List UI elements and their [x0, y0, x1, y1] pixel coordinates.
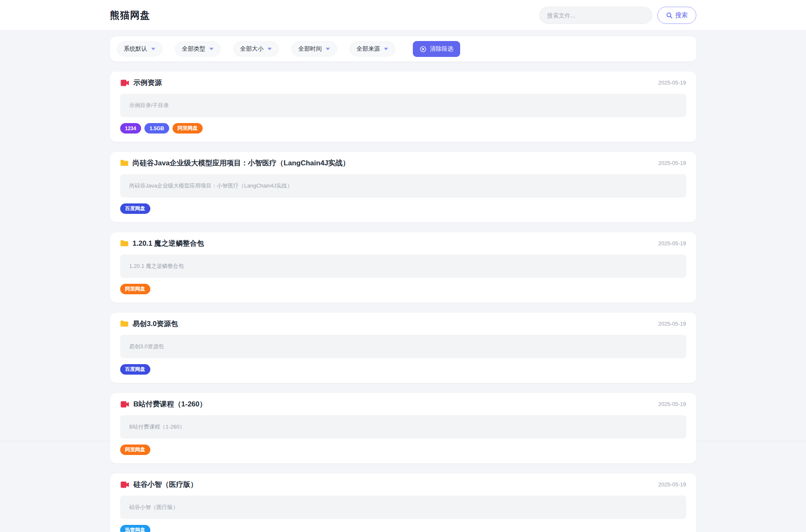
result-date: 2025-05-19 — [650, 80, 686, 86]
result-description: 尚硅谷Java企业级大模型应用项目：小智医疗（LangChain4J实战） — [120, 174, 686, 198]
result-card-header: 易创3.0资源包 2025-05-19 — [120, 319, 686, 329]
filter-dropdown-label: 全部大小 — [240, 45, 264, 53]
tag-list: 迅雷网盘 — [120, 525, 686, 532]
filter-dropdown[interactable]: 全部时间 — [291, 41, 337, 57]
result-description: 易创3.0资源包 — [120, 335, 686, 358]
filter-dropdown-label: 全部时间 — [299, 45, 322, 53]
filter-dropdown[interactable]: 系统默认 — [117, 41, 162, 57]
result-title: 尚硅谷Java企业级大模型应用项目：小智医疗（LangChain4J实战） — [133, 158, 350, 168]
result-description: 硅谷小智（医疗版） — [120, 496, 686, 519]
tag-list: 百度网盘 — [120, 364, 686, 375]
result-card[interactable]: 1.20.1 魔之逆鳞整合包 2025-05-19 1.20.1 魔之逆鳞整合包… — [110, 232, 696, 303]
video-icon — [120, 481, 129, 488]
result-description: 1.20.1 魔之逆鳞整合包 — [120, 254, 686, 278]
search-icon — [666, 12, 673, 19]
tag-badge: 迅雷网盘 — [120, 525, 150, 532]
search-area: 搜索 — [539, 7, 696, 24]
site-title: 熊猫网盘 — [110, 9, 150, 22]
chevron-down-icon — [268, 48, 272, 50]
result-date: 2025-05-19 — [650, 240, 686, 247]
folder-icon — [120, 320, 129, 327]
result-title: 示例资源 — [134, 78, 162, 87]
filter-bar: 系统默认 全部类型 全部大小 全部时间 全部来源 清除筛选 — [110, 36, 696, 62]
result-title: 易创3.0资源包 — [133, 319, 178, 329]
result-title: B站付费课程（1-260） — [134, 399, 207, 409]
folder-icon — [120, 159, 129, 167]
result-title: 1.20.1 魔之逆鳞整合包 — [133, 239, 204, 248]
circle-x-icon — [420, 46, 427, 53]
filter-dropdowns: 系统默认 全部类型 全部大小 全部时间 全部来源 — [117, 41, 395, 57]
chevron-down-icon — [151, 48, 155, 50]
result-card-header: 硅谷小智（医疗版） 2025-05-19 — [120, 480, 686, 489]
tag-badge: 阿里网盘 — [120, 445, 150, 455]
result-description: B站付费课程（1-260） — [120, 415, 686, 439]
main-content: 系统默认 全部类型 全部大小 全部时间 全部来源 清除筛选 — [110, 36, 696, 532]
result-card-header: 示例资源 2025-05-19 — [120, 78, 686, 87]
folder-icon — [120, 240, 129, 247]
result-date: 2025-05-19 — [650, 160, 686, 166]
result-card[interactable]: 尚硅谷Java企业级大模型应用项目：小智医疗（LangChain4J实战） 20… — [110, 152, 696, 222]
filter-dropdown[interactable]: 全部大小 — [233, 41, 279, 57]
result-description: 示例目录/子目录 — [120, 94, 686, 117]
filter-dropdown[interactable]: 全部来源 — [350, 41, 395, 57]
search-input[interactable] — [539, 7, 652, 24]
tag-badge: 1234 — [120, 123, 142, 134]
search-button[interactable]: 搜索 — [657, 7, 696, 24]
tag-list: 12341.5GB阿里网盘 — [120, 123, 686, 134]
result-title: 硅谷小智（医疗版） — [134, 480, 198, 489]
result-date: 2025-05-19 — [650, 321, 686, 327]
filter-dropdown-label: 系统默认 — [124, 45, 147, 53]
filter-dropdown[interactable]: 全部类型 — [175, 41, 221, 57]
tag-list: 百度网盘 — [120, 203, 686, 214]
chevron-down-icon — [209, 48, 214, 50]
clear-filters-label: 清除筛选 — [430, 45, 453, 53]
video-icon — [120, 80, 129, 86]
result-date: 2025-05-19 — [650, 481, 686, 488]
result-card-header: B站付费课程（1-260） 2025-05-19 — [120, 399, 686, 409]
tag-list: 阿里网盘 — [120, 284, 686, 294]
header: 熊猫网盘 搜索 — [0, 0, 806, 31]
tag-list: 阿里网盘 — [120, 445, 686, 455]
filter-dropdown-label: 全部类型 — [182, 45, 206, 53]
clear-filters-button[interactable]: 清除筛选 — [413, 41, 460, 57]
result-card-header: 尚硅谷Java企业级大模型应用项目：小智医疗（LangChain4J实战） 20… — [120, 158, 686, 168]
tag-badge: 阿里网盘 — [173, 123, 203, 134]
filter-dropdown-label: 全部来源 — [357, 45, 380, 53]
result-card[interactable]: 示例资源 2025-05-19 示例目录/子目录 12341.5GB阿里网盘 — [110, 72, 696, 142]
tag-badge: 百度网盘 — [120, 203, 150, 214]
result-date: 2025-05-19 — [650, 401, 686, 407]
result-card-header: 1.20.1 魔之逆鳞整合包 2025-05-19 — [120, 239, 686, 248]
tag-badge: 百度网盘 — [120, 364, 150, 375]
result-card[interactable]: 硅谷小智（医疗版） 2025-05-19 硅谷小智（医疗版） 迅雷网盘 — [110, 473, 696, 532]
result-list: 示例资源 2025-05-19 示例目录/子目录 12341.5GB阿里网盘 尚… — [110, 72, 696, 532]
video-icon — [120, 401, 129, 408]
tag-badge: 1.5GB — [144, 123, 169, 134]
search-button-label: 搜索 — [675, 11, 688, 19]
chevron-down-icon — [326, 48, 330, 50]
chevron-down-icon — [384, 48, 388, 50]
tag-badge: 阿里网盘 — [120, 284, 150, 294]
result-card[interactable]: B站付费课程（1-260） 2025-05-19 B站付费课程（1-260） 阿… — [110, 393, 696, 463]
result-card[interactable]: 易创3.0资源包 2025-05-19 易创3.0资源包 百度网盘 — [110, 313, 696, 383]
